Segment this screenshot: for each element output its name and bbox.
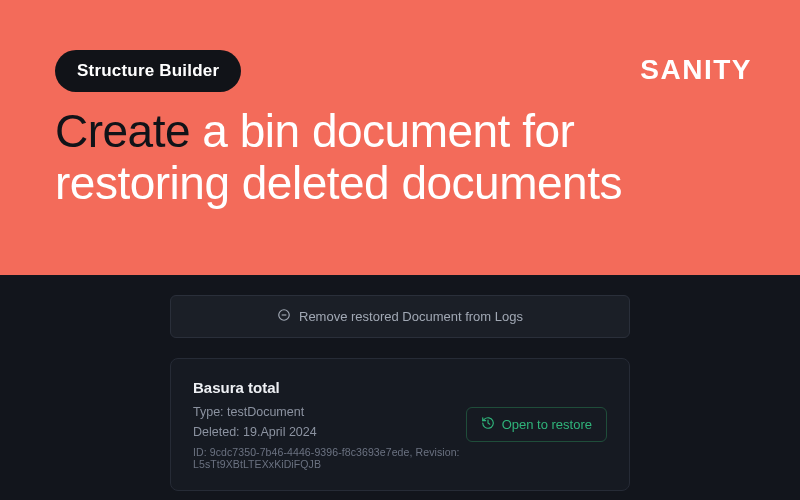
remove-restored-label: Remove restored Document from Logs	[299, 309, 523, 324]
brand-logo: SANITY	[640, 54, 752, 86]
open-to-restore-button[interactable]: Open to restore	[466, 407, 607, 442]
remove-restored-button[interactable]: Remove restored Document from Logs	[170, 295, 630, 338]
page-title: Create a bin document for restoring dele…	[55, 106, 745, 209]
document-deleted-date: Deleted: 19.April 2024	[193, 422, 466, 442]
document-id-revision: ID: 9cdc7350-7b46-4446-9396-f8c3693e7ede…	[193, 446, 466, 470]
deleted-document-card: Basura total Type: testDocument Deleted:…	[170, 358, 630, 491]
document-title: Basura total	[193, 379, 466, 396]
category-pill: Structure Builder	[55, 50, 241, 92]
restore-label: Open to restore	[502, 417, 592, 432]
hero-banner: Structure Builder Create a bin document …	[0, 0, 800, 275]
history-icon	[481, 416, 495, 433]
document-type: Type: testDocument	[193, 402, 466, 422]
title-accent: Create	[55, 105, 190, 157]
minus-circle-icon	[277, 308, 291, 325]
